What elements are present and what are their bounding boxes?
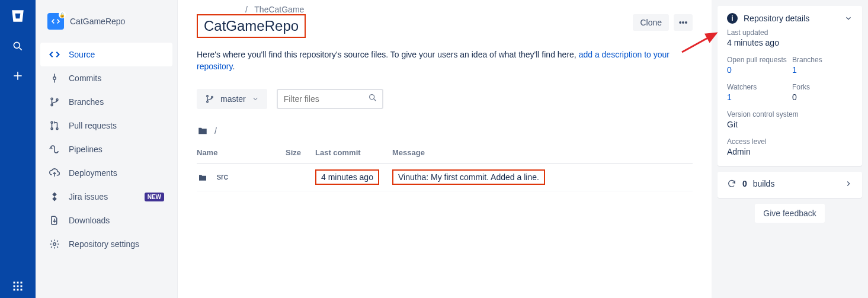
branches-value[interactable]: 1 bbox=[792, 65, 853, 75]
svg-point-20 bbox=[51, 128, 53, 130]
commit-icon bbox=[49, 72, 60, 84]
builds-count: 0 bbox=[742, 179, 747, 188]
last-updated-value: 4 minutes ago bbox=[727, 38, 853, 47]
sidebar-item-deployments[interactable]: Deployments bbox=[40, 161, 172, 185]
svg-point-27 bbox=[212, 96, 213, 98]
col-name: Name bbox=[197, 143, 286, 164]
col-message: Message bbox=[392, 143, 693, 164]
breadcrumb: / TheCatGame bbox=[197, 5, 693, 14]
sidebar-item-label: Source bbox=[69, 50, 95, 59]
jira-icon bbox=[49, 191, 60, 203]
apps-icon[interactable] bbox=[11, 279, 25, 293]
svg-rect-7 bbox=[14, 286, 15, 287]
watchers-value[interactable]: 1 bbox=[727, 92, 787, 102]
deploy-icon bbox=[49, 167, 60, 179]
sidebar-item-label: Jira issues bbox=[69, 192, 108, 201]
svg-point-16 bbox=[51, 98, 53, 100]
info-icon: i bbox=[727, 13, 738, 24]
message-highlight: Vinutha: My first commit. Added a line. bbox=[392, 169, 545, 185]
svg-point-19 bbox=[51, 121, 53, 123]
breadcrumb-project[interactable]: TheCatGame bbox=[254, 5, 304, 14]
details-panel: i Repository details Last updated 4 minu… bbox=[712, 0, 868, 298]
svg-rect-9 bbox=[21, 286, 23, 287]
svg-rect-10 bbox=[14, 289, 15, 291]
open-pr-value[interactable]: 0 bbox=[727, 65, 787, 75]
card-title-row[interactable]: i Repository details bbox=[727, 13, 853, 24]
sidebar: 🔒 CatGameRepo Source Commits Branches Pu… bbox=[36, 0, 178, 298]
repo-avatar: 🔒 bbox=[47, 13, 64, 30]
file-name: src bbox=[217, 172, 228, 181]
more-button[interactable]: ••• bbox=[674, 14, 693, 31]
bitbucket-logo[interactable] bbox=[10, 8, 25, 24]
col-size: Size bbox=[286, 143, 315, 164]
branch-icon bbox=[49, 96, 60, 108]
chevron-down-icon bbox=[844, 14, 853, 23]
svg-rect-12 bbox=[21, 289, 23, 291]
repo-details-card: i Repository details Last updated 4 minu… bbox=[718, 6, 862, 166]
last-commit-highlight: 4 minutes ago bbox=[315, 169, 379, 185]
svg-line-29 bbox=[374, 99, 376, 101]
svg-point-26 bbox=[207, 101, 209, 102]
table-row[interactable]: src 4 minutes ago Vinutha: My first comm… bbox=[197, 164, 693, 191]
sidebar-item-downloads[interactable]: Downloads bbox=[40, 209, 172, 232]
sidebar-item-label: Pull requests bbox=[69, 121, 117, 130]
commit-message: Vinutha: My first commit. Added a line. bbox=[398, 172, 539, 182]
sidebar-item-label: Commits bbox=[69, 73, 101, 83]
breadcrumb-sep: / bbox=[245, 5, 248, 14]
vcs-value: Git bbox=[727, 120, 853, 129]
repo-description: Here's where you'll find this repository… bbox=[197, 49, 671, 72]
sidebar-item-label: Repository settings bbox=[69, 239, 139, 249]
sidebar-item-commits[interactable]: Commits bbox=[40, 66, 172, 90]
folder-icon bbox=[197, 173, 209, 182]
lock-icon: 🔒 bbox=[59, 11, 66, 18]
branch-name: master bbox=[220, 94, 246, 104]
svg-point-13 bbox=[53, 77, 56, 80]
svg-point-0 bbox=[14, 42, 20, 48]
search-icon bbox=[368, 93, 377, 102]
desc-dot: . bbox=[232, 62, 235, 71]
sidebar-item-branches[interactable]: Branches bbox=[40, 90, 172, 114]
svg-point-17 bbox=[51, 104, 53, 106]
refresh-icon bbox=[727, 179, 736, 188]
branch-icon bbox=[205, 94, 214, 104]
download-icon bbox=[49, 214, 60, 226]
sidebar-item-source[interactable]: Source bbox=[40, 43, 172, 66]
access-value: Admin bbox=[727, 147, 853, 156]
svg-point-25 bbox=[207, 95, 209, 97]
main-content: / TheCatGame CatGameRepo Clone ••• Here'… bbox=[178, 0, 712, 298]
sidebar-item-label: Pipelines bbox=[69, 145, 103, 154]
svg-point-21 bbox=[56, 128, 58, 130]
plus-icon[interactable] bbox=[11, 69, 25, 83]
sidebar-item-pull-requests[interactable]: Pull requests bbox=[40, 114, 172, 137]
pull-request-icon bbox=[49, 120, 60, 132]
feedback-button[interactable]: Give feedback bbox=[755, 204, 825, 223]
sidebar-item-jira-issues[interactable]: Jira issues NEW bbox=[40, 185, 172, 209]
page-title-highlight: CatGameRepo bbox=[197, 14, 306, 38]
path-breadcrumb: / bbox=[197, 126, 693, 136]
last-updated-label: Last updated bbox=[727, 28, 853, 37]
code-icon bbox=[49, 49, 60, 60]
folder-icon bbox=[197, 126, 209, 136]
sidebar-item-pipelines[interactable]: Pipelines bbox=[40, 137, 172, 161]
builds-label: builds bbox=[753, 179, 775, 188]
file-size bbox=[286, 164, 315, 191]
clone-button[interactable]: Clone bbox=[633, 14, 669, 31]
branch-selector[interactable]: master bbox=[197, 89, 267, 109]
repo-header[interactable]: 🔒 CatGameRepo bbox=[40, 9, 172, 43]
vcs-label: Version control system bbox=[727, 110, 853, 118]
builds-card[interactable]: 0 builds bbox=[718, 172, 862, 198]
last-commit: 4 minutes ago bbox=[321, 172, 373, 182]
svg-point-24 bbox=[53, 243, 56, 246]
sidebar-item-settings[interactable]: Repository settings bbox=[40, 232, 172, 256]
watchers-label: Watchers bbox=[727, 83, 787, 91]
filter-input[interactable] bbox=[277, 89, 383, 109]
sidebar-item-label: Branches bbox=[69, 97, 104, 107]
col-last-commit: Last commit bbox=[315, 143, 392, 164]
svg-point-28 bbox=[369, 95, 374, 100]
search-icon[interactable] bbox=[11, 39, 25, 53]
svg-rect-5 bbox=[17, 282, 19, 284]
forks-value: 0 bbox=[792, 92, 853, 102]
page-title: CatGameRepo bbox=[198, 15, 305, 37]
svg-rect-4 bbox=[14, 282, 15, 284]
chevron-right-icon bbox=[844, 180, 853, 188]
